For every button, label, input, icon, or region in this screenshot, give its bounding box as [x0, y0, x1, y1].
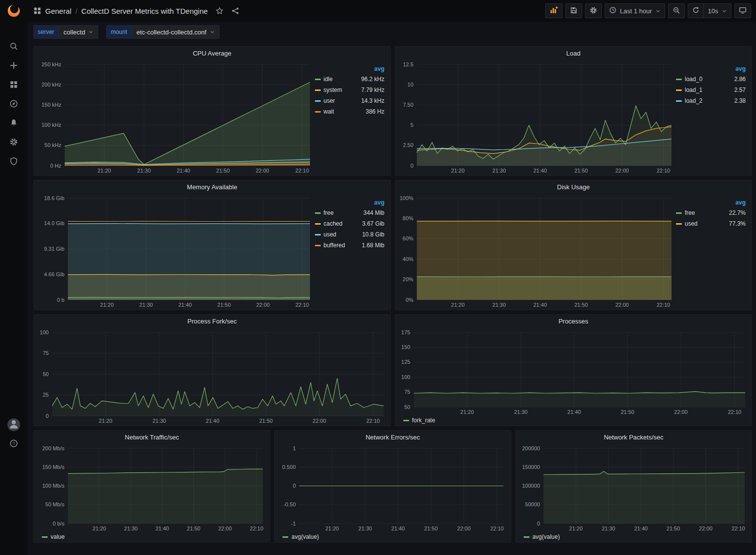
y-tick-label: 1 [293, 445, 296, 451]
x-tick-label: 21:40 [177, 168, 191, 174]
legend-value: 77.3% [729, 220, 746, 227]
legend-swatch [315, 223, 321, 225]
user-avatar[interactable] [7, 418, 20, 431]
legend-row: avg(value) [282, 533, 319, 540]
legend-series-cached[interactable]: cached [324, 220, 343, 227]
x-tick-label: 21:50 [424, 526, 438, 531]
panel-header[interactable]: Processes [395, 315, 752, 327]
dashboard-settings-button[interactable] [585, 3, 602, 18]
x-tick-label: 21:40 [533, 168, 547, 174]
variable-server: server collectd [33, 25, 98, 39]
panel-title[interactable]: Network Errors/sec [365, 434, 420, 441]
sidebar-item-create[interactable] [5, 58, 22, 73]
x-tick-label: 21:30 [137, 168, 151, 174]
legend-avg-header[interactable]: avg [676, 65, 746, 72]
panel-title[interactable]: Network Traffic/sec [125, 434, 179, 441]
y-tick-label: -1 [291, 521, 296, 526]
refresh-interval-dropdown[interactable]: 10s [703, 3, 731, 18]
x-tick-label: 22:00 [699, 526, 712, 531]
apps-grid-icon[interactable] [33, 7, 41, 15]
y-tick-label: 50 [43, 371, 49, 377]
sidebar-item-configuration[interactable] [5, 135, 22, 149]
legend-series-buffered[interactable]: buffered [324, 242, 345, 249]
dashboard-title[interactable]: CollectD Server Metrics with TDengine [82, 7, 208, 15]
x-tick-label: 21:50 [217, 302, 231, 308]
time-range-picker[interactable]: Last 1 hour [605, 3, 665, 18]
x-tick-label: 22:00 [218, 526, 232, 531]
legend-value: 344 Mib [364, 209, 385, 216]
legend-avg-header[interactable]: avg [315, 65, 385, 72]
share-icon[interactable] [231, 7, 239, 15]
legend-series-load_0[interactable]: load_0 [685, 76, 702, 83]
disk-legend: avgfree22.7%used77.3% [675, 193, 749, 309]
legend-swatch [315, 89, 321, 91]
panel-header[interactable]: Disk Usage [395, 180, 752, 193]
y-tick-label: 100 [40, 329, 49, 335]
panel-title[interactable]: Processes [559, 318, 588, 325]
panel-title[interactable]: Network Packets/sec [604, 434, 663, 441]
sidebar-item-explore[interactable] [5, 96, 22, 111]
network-traffic-legend: value [37, 532, 267, 541]
panel-header[interactable]: Network Packets/sec [516, 431, 752, 443]
y-tick-label: 100 [401, 374, 410, 380]
legend-series-idle[interactable]: idle [324, 76, 333, 83]
y-tick-label: 50 [404, 404, 410, 410]
panel-title[interactable]: Memory Available [187, 183, 237, 191]
breadcrumb-folder[interactable]: General [45, 7, 71, 15]
legend-series-used[interactable]: used [324, 231, 336, 238]
save-dashboard-button[interactable] [565, 3, 582, 18]
variable-server-selected: collectd [63, 29, 85, 36]
legend-row: system7.79 kHz [315, 87, 385, 93]
sidebar-item-server-admin[interactable] [5, 154, 22, 169]
legend-series-free[interactable]: free [685, 209, 695, 216]
legend-avg-header[interactable]: avg [676, 199, 746, 206]
network-errors-plot: -1-0.5000.500121:2021:3021:4021:5022:002… [278, 443, 507, 532]
panel-header[interactable]: Network Errors/sec [275, 431, 510, 443]
variable-mount-value[interactable]: etc-collectd-collectd.conf [132, 25, 220, 39]
legend-series-load_1[interactable]: load_1 [685, 87, 702, 93]
y-tick-label: 40% [402, 256, 413, 262]
refresh-button[interactable] [688, 3, 703, 18]
y-tick-label: 200 Mb/s [42, 445, 65, 451]
star-icon[interactable] [216, 7, 224, 15]
legend-series-used[interactable]: used [685, 220, 698, 227]
panel-title[interactable]: CPU Average [193, 50, 231, 57]
legend-series-avg(value)[interactable]: avg(value) [532, 533, 560, 540]
panel-title[interactable]: Load [566, 50, 581, 57]
legend-series-system[interactable]: system [324, 87, 342, 93]
legend-series-avg(value)[interactable]: avg(value) [291, 533, 319, 540]
panel-header[interactable]: Memory Available [34, 180, 391, 193]
panel-header[interactable]: Load [395, 47, 752, 59]
sidebar-item-alerting[interactable] [5, 116, 22, 130]
legend-series-value[interactable]: value [51, 533, 65, 540]
chevron-down-icon [722, 8, 727, 14]
refresh-icon [692, 6, 700, 15]
legend-swatch [676, 223, 682, 225]
cycle-view-button[interactable] [734, 3, 751, 18]
panel-title[interactable]: Process Fork/sec [188, 318, 237, 325]
legend-series-user[interactable]: user [324, 97, 335, 104]
legend-avg-header[interactable]: avg [315, 199, 385, 206]
legend-series-load_2[interactable]: load_2 [685, 97, 702, 104]
add-panel-button[interactable] [545, 3, 562, 18]
breadcrumb-separator: / [75, 7, 77, 15]
y-tick-label: 20% [402, 276, 413, 282]
panel-header[interactable]: Process Fork/sec [34, 315, 391, 327]
x-tick-label: 21:20 [451, 168, 465, 174]
sidebar-item-search[interactable] [5, 39, 22, 54]
y-tick-label: 0 b/s [53, 521, 64, 526]
x-tick-label: 21:20 [100, 302, 114, 308]
sidebar-item-dashboards[interactable] [5, 77, 22, 92]
panel-title[interactable]: Disk Usage [557, 183, 589, 191]
zoom-out-button[interactable] [668, 3, 685, 18]
legend-series-wait[interactable]: wait [324, 108, 334, 115]
legend-swatch [282, 536, 288, 538]
panel-header[interactable]: Network Traffic/sec [34, 431, 270, 443]
legend-series-fork_rate[interactable]: fork_rate [412, 417, 435, 424]
legend-series-free[interactable]: free [324, 209, 334, 216]
grafana-logo[interactable] [6, 3, 21, 18]
fork-chart: 025507510021:2021:3021:4021:5022:0022:10 [37, 327, 388, 425]
sidebar-item-help[interactable]: ? [5, 436, 22, 451]
variable-server-value[interactable]: collectd [58, 25, 98, 39]
panel-header[interactable]: CPU Average [34, 47, 391, 59]
